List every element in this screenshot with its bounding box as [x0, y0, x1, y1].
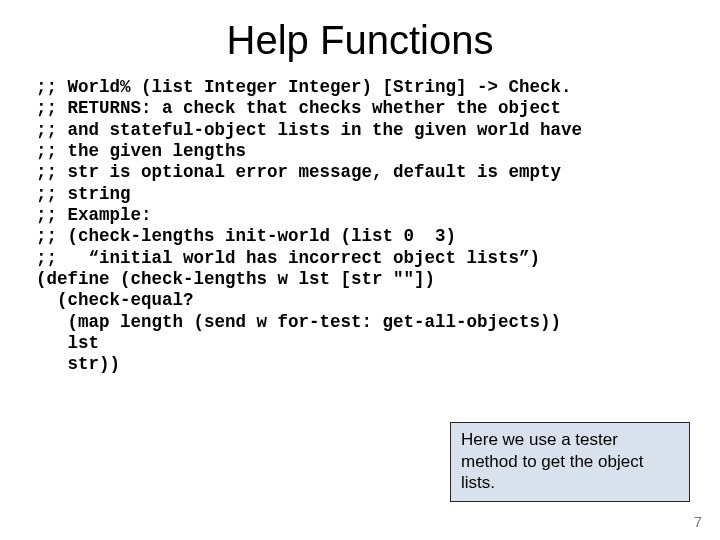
code-block: ;; World% (list Integer Integer) [String… — [36, 77, 720, 376]
slide-title: Help Functions — [0, 18, 720, 63]
callout-box: Here we use a tester method to get the o… — [450, 422, 690, 502]
page-number: 7 — [694, 513, 702, 530]
